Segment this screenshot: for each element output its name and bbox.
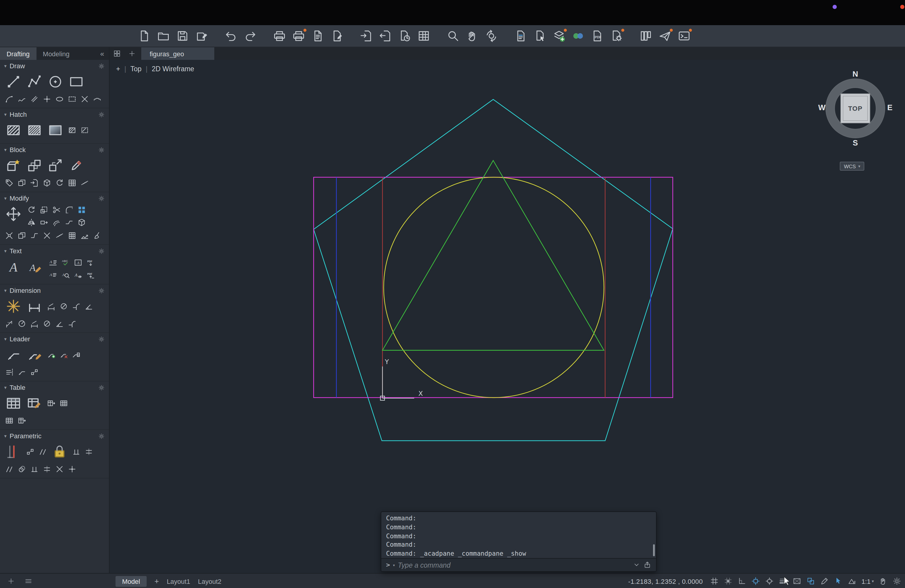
block-insert-tool[interactable] bbox=[16, 177, 27, 188]
aligned-dimension-tool[interactable] bbox=[3, 318, 14, 329]
fillet-tool[interactable] bbox=[64, 204, 74, 215]
collect-leaders-tool[interactable] bbox=[71, 349, 81, 360]
plot-style-button[interactable] bbox=[330, 29, 344, 43]
explode-tool[interactable] bbox=[3, 230, 14, 241]
layout1-tab[interactable]: Layout1 bbox=[167, 577, 190, 585]
hatch-settings-button[interactable] bbox=[98, 111, 105, 118]
continue-dimension-tool[interactable] bbox=[29, 318, 40, 329]
drawing-tab-figuras-geo[interactable]: figuras_geo bbox=[141, 47, 214, 60]
baseline-dimension-tool[interactable] bbox=[46, 300, 56, 311]
hatch-edit-tool[interactable] bbox=[79, 124, 90, 135]
section-collapse-caret[interactable]: ▾ bbox=[4, 433, 6, 439]
copy-tool[interactable] bbox=[16, 230, 27, 241]
viewcube-north[interactable]: N bbox=[816, 70, 894, 78]
arc-length-dimension-tool[interactable] bbox=[67, 318, 77, 329]
pdf-import-tool[interactable]: PDF bbox=[85, 257, 96, 268]
data-link-tool[interactable] bbox=[3, 415, 14, 426]
revision-cloud-tool[interactable] bbox=[92, 94, 102, 104]
array-tool[interactable] bbox=[76, 204, 87, 215]
customization-button[interactable] bbox=[892, 577, 902, 586]
coincident-constraint-tool[interactable] bbox=[25, 446, 35, 457]
new-drawing-tab-button[interactable] bbox=[124, 47, 140, 60]
equal-constraint-tool[interactable] bbox=[29, 464, 40, 474]
print-button[interactable] bbox=[273, 29, 286, 43]
section-collapse-caret[interactable]: ▾ bbox=[4, 112, 6, 117]
ortho-mode-toggle[interactable] bbox=[737, 577, 746, 586]
section-collapse-caret[interactable]: ▾ bbox=[4, 63, 6, 68]
layout2-tab[interactable]: Layout2 bbox=[198, 577, 221, 585]
block-settings-button[interactable] bbox=[98, 146, 105, 153]
share-drawing-button[interactable] bbox=[658, 29, 672, 43]
text-frame-tool[interactable]: A bbox=[72, 257, 83, 268]
command-detach-icon[interactable] bbox=[643, 561, 651, 569]
save-button[interactable] bbox=[176, 29, 189, 43]
annotation-scale-icon[interactable] bbox=[848, 577, 856, 586]
rectangle-tool[interactable] bbox=[67, 72, 86, 91]
justify-text-tool[interactable]: A bbox=[47, 257, 58, 268]
break-tool[interactable] bbox=[41, 230, 52, 241]
polyline-tool[interactable] bbox=[25, 72, 44, 91]
diameter-dimension-tool[interactable] bbox=[58, 300, 69, 311]
symmetric-constraint-tool[interactable] bbox=[41, 464, 52, 474]
block-sync-tool[interactable] bbox=[54, 177, 65, 188]
scale-tool[interactable] bbox=[38, 204, 49, 215]
edit-attributes-tool[interactable] bbox=[67, 156, 86, 175]
parametric-settings-button[interactable] bbox=[98, 432, 105, 439]
palette-tab-modeling[interactable]: Modeling bbox=[36, 47, 76, 60]
ordinate-dimension-tool[interactable] bbox=[71, 300, 81, 311]
section-collapse-caret[interactable]: ▾ bbox=[4, 248, 6, 254]
align-leaders-tool[interactable] bbox=[3, 366, 14, 377]
block-attach-tool[interactable] bbox=[29, 177, 40, 188]
block-editor-tool[interactable] bbox=[25, 156, 44, 175]
sheet-set-manager-button[interactable] bbox=[639, 29, 653, 43]
add-layout-button[interactable]: + bbox=[154, 577, 159, 586]
draw-settings-button[interactable] bbox=[98, 63, 105, 69]
section-collapse-caret[interactable]: ▾ bbox=[4, 195, 6, 201]
tab-overview-button[interactable] bbox=[110, 47, 124, 60]
join-tool[interactable] bbox=[29, 230, 40, 241]
annotation-scale-button[interactable]: 1:1 ▾ bbox=[861, 577, 874, 585]
add-leader-tool[interactable] bbox=[46, 349, 56, 360]
section-collapse-caret[interactable]: ▾ bbox=[4, 385, 6, 390]
region-tool[interactable] bbox=[67, 94, 77, 104]
transparency-toggle[interactable] bbox=[792, 577, 802, 586]
angular-dimension-tool[interactable] bbox=[83, 300, 94, 311]
undo-button[interactable] bbox=[224, 29, 238, 43]
recent-commands-caret[interactable]: ▾ bbox=[393, 563, 395, 567]
leader-style-tool[interactable] bbox=[29, 366, 40, 377]
import-file-button[interactable] bbox=[379, 29, 392, 43]
zoom-window-button[interactable] bbox=[446, 29, 460, 43]
delete-constraint-tool[interactable] bbox=[54, 464, 65, 474]
block-base-tool[interactable] bbox=[41, 177, 52, 188]
spline-tool[interactable] bbox=[16, 94, 27, 104]
perpendicular-constraint-tool[interactable] bbox=[3, 464, 14, 474]
line-tool[interactable] bbox=[3, 72, 23, 91]
gradient-tool[interactable] bbox=[46, 120, 65, 140]
viewcube-top-face[interactable]: TOP bbox=[840, 94, 870, 123]
wcs-selector[interactable]: WCS ▾ bbox=[840, 162, 865, 171]
viewport-visual-style-button[interactable]: 2D Wireframe bbox=[152, 65, 194, 72]
viewcube-south[interactable]: S bbox=[816, 138, 894, 147]
xline-tool[interactable] bbox=[79, 94, 90, 104]
viewport-split-button[interactable]: + bbox=[116, 65, 120, 72]
plot-button[interactable] bbox=[292, 29, 305, 43]
extrude-tool[interactable] bbox=[76, 217, 87, 227]
text-scale-tool[interactable]: A bbox=[72, 269, 83, 280]
block-export-tool[interactable] bbox=[67, 177, 77, 188]
multileader-tool[interactable] bbox=[3, 345, 23, 364]
horizontal-constraint-tool[interactable] bbox=[83, 446, 94, 457]
palette-tab-drafting[interactable]: Drafting bbox=[0, 47, 36, 60]
edit-text-tool[interactable]: A bbox=[25, 257, 44, 276]
modify-settings-button[interactable] bbox=[98, 195, 105, 202]
model-tab[interactable]: Model bbox=[116, 576, 147, 586]
snap-mode-toggle[interactable] bbox=[724, 577, 733, 586]
block-count-tool[interactable] bbox=[79, 177, 90, 188]
jogged-dimension-tool[interactable] bbox=[54, 318, 65, 329]
annotation-monitor-toggle[interactable] bbox=[820, 577, 829, 586]
export-table-tool[interactable] bbox=[46, 397, 56, 408]
pan-button[interactable] bbox=[466, 29, 479, 43]
section-collapse-caret[interactable]: ▾ bbox=[4, 147, 6, 153]
export-layout-button[interactable] bbox=[360, 29, 373, 43]
single-line-text-tool[interactable]: A bbox=[3, 257, 23, 276]
point-tool[interactable] bbox=[41, 94, 52, 104]
